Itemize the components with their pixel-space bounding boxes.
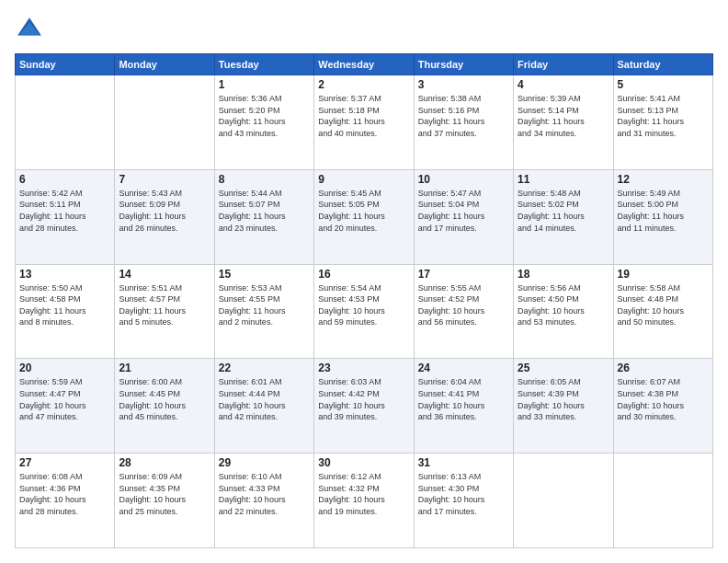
calendar-cell: 24Sunrise: 6:04 AM Sunset: 4:41 PM Dayli…: [414, 359, 513, 454]
day-number: 7: [119, 173, 210, 186]
day-number: 10: [418, 173, 509, 186]
page: SundayMondayTuesdayWednesdayThursdayFrid…: [0, 0, 728, 563]
day-number: 2: [318, 78, 409, 91]
calendar-cell: 7Sunrise: 5:43 AM Sunset: 5:09 PM Daylig…: [115, 169, 214, 264]
day-detail: Sunrise: 5:39 AM Sunset: 5:14 PM Dayligh…: [518, 93, 609, 139]
calendar-day-header: Tuesday: [214, 54, 313, 75]
calendar-cell: 28Sunrise: 6:09 AM Sunset: 4:35 PM Dayli…: [115, 454, 214, 548]
calendar-cell: 3Sunrise: 5:38 AM Sunset: 5:16 PM Daylig…: [414, 75, 513, 170]
day-number: 16: [318, 268, 409, 281]
calendar-cell: 30Sunrise: 6:12 AM Sunset: 4:32 PM Dayli…: [314, 454, 414, 548]
day-detail: Sunrise: 6:01 AM Sunset: 4:44 PM Dayligh…: [219, 376, 310, 422]
day-number: 31: [418, 456, 509, 469]
header: [15, 15, 713, 44]
day-detail: Sunrise: 5:47 AM Sunset: 5:04 PM Dayligh…: [418, 188, 509, 234]
calendar-table: SundayMondayTuesdayWednesdayThursdayFrid…: [15, 53, 713, 548]
calendar-cell: 22Sunrise: 6:01 AM Sunset: 4:44 PM Dayli…: [214, 359, 313, 454]
day-detail: Sunrise: 5:43 AM Sunset: 5:09 PM Dayligh…: [119, 188, 210, 234]
calendar-cell: 2Sunrise: 5:37 AM Sunset: 5:18 PM Daylig…: [314, 75, 414, 170]
day-number: 4: [518, 78, 609, 91]
calendar-cell: 18Sunrise: 5:56 AM Sunset: 4:50 PM Dayli…: [514, 264, 613, 359]
calendar-cell: 17Sunrise: 5:55 AM Sunset: 4:52 PM Dayli…: [414, 264, 513, 359]
day-detail: Sunrise: 6:07 AM Sunset: 4:38 PM Dayligh…: [618, 376, 709, 422]
calendar-week-row: 13Sunrise: 5:50 AM Sunset: 4:58 PM Dayli…: [16, 264, 713, 359]
day-detail: Sunrise: 5:44 AM Sunset: 5:07 PM Dayligh…: [219, 188, 310, 234]
day-number: 13: [19, 268, 110, 281]
day-number: 17: [418, 268, 509, 281]
day-number: 12: [618, 173, 709, 186]
day-number: 5: [618, 78, 709, 91]
day-detail: Sunrise: 6:05 AM Sunset: 4:39 PM Dayligh…: [518, 376, 609, 422]
calendar-cell: 15Sunrise: 5:53 AM Sunset: 4:55 PM Dayli…: [214, 264, 313, 359]
day-detail: Sunrise: 6:13 AM Sunset: 4:30 PM Dayligh…: [418, 471, 509, 517]
day-detail: Sunrise: 5:42 AM Sunset: 5:11 PM Dayligh…: [19, 188, 110, 234]
calendar-day-header: Saturday: [613, 54, 712, 75]
day-detail: Sunrise: 5:49 AM Sunset: 5:00 PM Dayligh…: [618, 188, 709, 234]
calendar-cell: 23Sunrise: 6:03 AM Sunset: 4:42 PM Dayli…: [314, 359, 414, 454]
day-number: 11: [518, 173, 609, 186]
day-detail: Sunrise: 5:53 AM Sunset: 4:55 PM Dayligh…: [219, 282, 310, 328]
calendar-day-header: Monday: [115, 54, 214, 75]
logo: [15, 15, 48, 44]
day-number: 30: [318, 456, 409, 469]
day-detail: Sunrise: 6:04 AM Sunset: 4:41 PM Dayligh…: [418, 376, 509, 422]
day-number: 20: [19, 362, 110, 374]
day-number: 24: [418, 362, 509, 374]
calendar-day-header: Friday: [514, 54, 613, 75]
calendar-cell: 4Sunrise: 5:39 AM Sunset: 5:14 PM Daylig…: [514, 75, 613, 170]
day-detail: Sunrise: 5:38 AM Sunset: 5:16 PM Dayligh…: [418, 93, 509, 139]
calendar-week-row: 27Sunrise: 6:08 AM Sunset: 4:36 PM Dayli…: [16, 454, 713, 548]
day-detail: Sunrise: 6:08 AM Sunset: 4:36 PM Dayligh…: [19, 471, 110, 517]
day-number: 14: [119, 268, 210, 281]
calendar-cell: 26Sunrise: 6:07 AM Sunset: 4:38 PM Dayli…: [613, 359, 712, 454]
day-detail: Sunrise: 6:12 AM Sunset: 4:32 PM Dayligh…: [318, 471, 409, 517]
calendar-cell: 10Sunrise: 5:47 AM Sunset: 5:04 PM Dayli…: [414, 169, 513, 264]
calendar-cell: 5Sunrise: 5:41 AM Sunset: 5:13 PM Daylig…: [613, 75, 712, 170]
calendar-cell: 12Sunrise: 5:49 AM Sunset: 5:00 PM Dayli…: [613, 169, 712, 264]
calendar-week-row: 1Sunrise: 5:36 AM Sunset: 5:20 PM Daylig…: [16, 75, 713, 170]
calendar-cell: 6Sunrise: 5:42 AM Sunset: 5:11 PM Daylig…: [16, 169, 115, 264]
day-number: 6: [19, 173, 110, 186]
calendar-cell: 21Sunrise: 6:00 AM Sunset: 4:45 PM Dayli…: [115, 359, 214, 454]
calendar-cell: [613, 454, 712, 548]
day-number: 1: [219, 78, 310, 91]
day-number: 25: [518, 362, 609, 374]
day-number: 8: [219, 173, 310, 186]
day-number: 26: [618, 362, 709, 374]
day-detail: Sunrise: 5:56 AM Sunset: 4:50 PM Dayligh…: [518, 282, 609, 328]
day-detail: Sunrise: 6:00 AM Sunset: 4:45 PM Dayligh…: [119, 376, 210, 422]
calendar-cell: [115, 75, 214, 170]
day-detail: Sunrise: 5:54 AM Sunset: 4:53 PM Dayligh…: [318, 282, 409, 328]
day-number: 28: [119, 456, 210, 469]
calendar-cell: 16Sunrise: 5:54 AM Sunset: 4:53 PM Dayli…: [314, 264, 414, 359]
day-detail: Sunrise: 5:59 AM Sunset: 4:47 PM Dayligh…: [19, 376, 110, 422]
calendar-day-header: Wednesday: [314, 54, 414, 75]
day-detail: Sunrise: 5:45 AM Sunset: 5:05 PM Dayligh…: [318, 188, 409, 234]
calendar-week-row: 6Sunrise: 5:42 AM Sunset: 5:11 PM Daylig…: [16, 169, 713, 264]
calendar-cell: 1Sunrise: 5:36 AM Sunset: 5:20 PM Daylig…: [214, 75, 313, 170]
calendar-header-row: SundayMondayTuesdayWednesdayThursdayFrid…: [16, 54, 713, 75]
day-number: 22: [219, 362, 310, 374]
day-number: 3: [418, 78, 509, 91]
day-detail: Sunrise: 5:48 AM Sunset: 5:02 PM Dayligh…: [518, 188, 609, 234]
day-detail: Sunrise: 5:50 AM Sunset: 4:58 PM Dayligh…: [19, 282, 110, 328]
calendar-cell: 13Sunrise: 5:50 AM Sunset: 4:58 PM Dayli…: [16, 264, 115, 359]
day-detail: Sunrise: 5:58 AM Sunset: 4:48 PM Dayligh…: [618, 282, 709, 328]
calendar-cell: 19Sunrise: 5:58 AM Sunset: 4:48 PM Dayli…: [613, 264, 712, 359]
calendar-cell: 20Sunrise: 5:59 AM Sunset: 4:47 PM Dayli…: [16, 359, 115, 454]
day-number: 9: [318, 173, 409, 186]
day-number: 29: [219, 456, 310, 469]
calendar-cell: 25Sunrise: 6:05 AM Sunset: 4:39 PM Dayli…: [514, 359, 613, 454]
calendar-cell: 27Sunrise: 6:08 AM Sunset: 4:36 PM Dayli…: [16, 454, 115, 548]
day-detail: Sunrise: 5:41 AM Sunset: 5:13 PM Dayligh…: [618, 93, 709, 139]
calendar-cell: 11Sunrise: 5:48 AM Sunset: 5:02 PM Dayli…: [514, 169, 613, 264]
calendar-cell: 9Sunrise: 5:45 AM Sunset: 5:05 PM Daylig…: [314, 169, 414, 264]
day-detail: Sunrise: 5:37 AM Sunset: 5:18 PM Dayligh…: [318, 93, 409, 139]
day-number: 15: [219, 268, 310, 281]
calendar-cell: 31Sunrise: 6:13 AM Sunset: 4:30 PM Dayli…: [414, 454, 513, 548]
calendar-cell: 29Sunrise: 6:10 AM Sunset: 4:33 PM Dayli…: [214, 454, 313, 548]
day-number: 23: [318, 362, 409, 374]
day-detail: Sunrise: 6:09 AM Sunset: 4:35 PM Dayligh…: [119, 471, 210, 517]
day-number: 19: [618, 268, 709, 281]
day-number: 18: [518, 268, 609, 281]
